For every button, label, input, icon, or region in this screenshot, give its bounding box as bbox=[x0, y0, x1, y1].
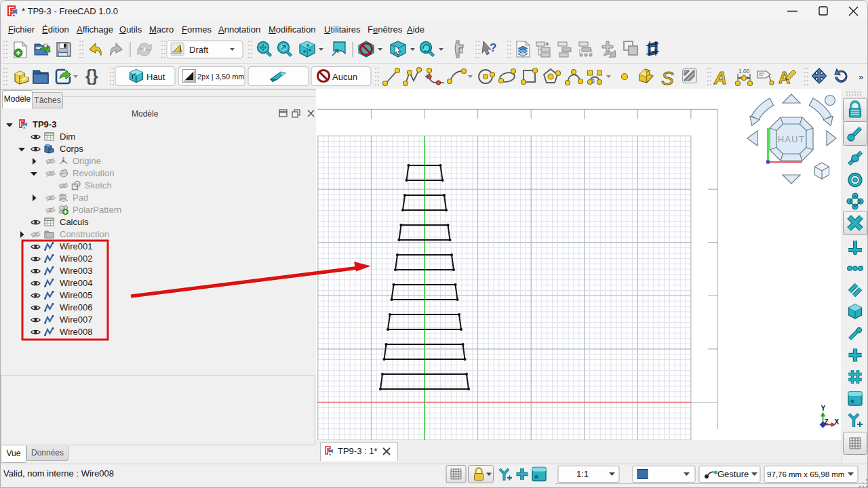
svg-text:97,76 mm x 65,98 mm: 97,76 mm x 65,98 mm bbox=[767, 470, 844, 479]
svg-text:Haut: Haut bbox=[146, 72, 165, 82]
svg-text:»: » bbox=[859, 72, 863, 82]
svg-text:{}: {} bbox=[85, 66, 98, 85]
svg-text:A: A bbox=[713, 68, 727, 88]
svg-text:Aucun: Aucun bbox=[332, 72, 357, 82]
svg-text:HAUT: HAUT bbox=[778, 135, 805, 144]
svg-text:X: X bbox=[835, 418, 840, 426]
svg-text:Z: Z bbox=[825, 418, 829, 426]
svg-text:1.00: 1.00 bbox=[738, 68, 750, 75]
svg-text:1:1: 1:1 bbox=[576, 469, 589, 479]
svg-text:Y: Y bbox=[821, 405, 826, 412]
svg-text:2px | 3,50 mm: 2px | 3,50 mm bbox=[197, 73, 245, 81]
svg-text:3: 3 bbox=[591, 78, 595, 85]
svg-text:S: S bbox=[661, 68, 674, 89]
svg-text:Gesture: Gesture bbox=[717, 469, 749, 479]
svg-text:Draft: Draft bbox=[189, 45, 209, 55]
svg-text:?: ? bbox=[490, 41, 496, 54]
